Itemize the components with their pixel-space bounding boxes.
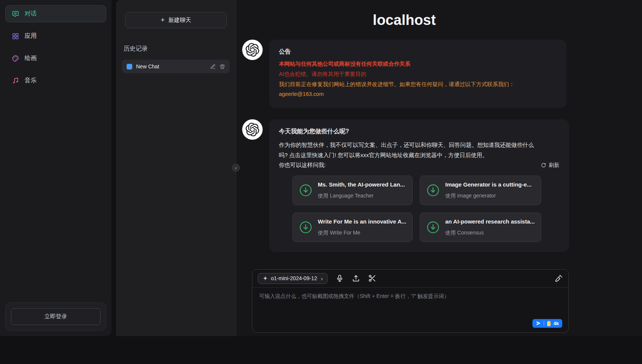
- circle-arrow-down-icon: [426, 221, 440, 234]
- circle-arrow-down-icon: [426, 184, 440, 197]
- ask-line: 你也可以这样问我:: [279, 161, 326, 170]
- sidebar-item-label: 音乐: [25, 77, 37, 85]
- openai-logo-icon: [246, 43, 259, 57]
- message-welcome: 今天我能为您做些什么呢? 作为你的智慧伙伴，我不仅可以写文案、出点子，还可以和你…: [242, 119, 566, 252]
- microphone-icon[interactable]: [336, 274, 344, 282]
- login-button[interactable]: 立即登录: [11, 308, 101, 325]
- sidebar-item-music[interactable]: 音乐: [5, 72, 106, 89]
- chevron-right-icon: ›: [321, 275, 323, 282]
- announcement-line-1: 本网站与任何其他公司或商标没有任何关联或合作关系: [279, 60, 557, 68]
- announcement-line-2: AI也会犯错。请勿将其用于重要目的: [279, 70, 557, 79]
- page-title: localhost: [242, 12, 566, 28]
- upload-icon[interactable]: [352, 274, 360, 282]
- refresh-button[interactable]: 刷新: [541, 161, 559, 169]
- sidebar-item-apps[interactable]: 应用: [5, 28, 106, 45]
- palette-icon: [12, 55, 19, 62]
- model-label: o1-mini-2024-09-12: [271, 275, 317, 281]
- music-note-icon: [12, 77, 19, 85]
- clean-brush-icon[interactable]: [555, 274, 563, 282]
- main-panel: localhost 公告 本网站与任何其他公司或商标没有任何关联或合作关系 AI…: [236, 0, 642, 336]
- model-selector[interactable]: o1-mini-2024-09-12 ›: [258, 273, 328, 284]
- chat-bubble-icon: [12, 10, 19, 18]
- welcome-bubble: 今天我能为您做些什么呢? 作为你的智慧伙伴，我不仅可以写文案、出点子，还可以和你…: [269, 119, 569, 252]
- sidebar-item-label: 对话: [25, 10, 37, 18]
- refresh-icon: [541, 162, 546, 168]
- composer: o1-mini-2024-09-12 › 4k: [252, 269, 569, 333]
- chat-item-title: New Chat: [136, 63, 206, 69]
- composer-toolbar: o1-mini-2024-09-12 ›: [252, 270, 568, 288]
- sidebar: 对话 应用 绘画 音乐 立即登录: [0, 0, 111, 336]
- login-box: 立即登录: [5, 302, 106, 331]
- composer-body: 4k: [252, 288, 568, 332]
- chat-color-swatch: [127, 64, 132, 69]
- assistant-avatar: [242, 119, 263, 140]
- announcement-line-3: 我们目前正在修复我们网站上的错误并改进细节。如果您有任何疑问，请通过以下方式联系…: [279, 80, 557, 89]
- suggestion-card[interactable]: Write For Me is an innovative A...使用 Wri…: [292, 213, 413, 242]
- plus-icon: +: [161, 16, 165, 24]
- sparkle-icon: [263, 276, 268, 281]
- message-announcement: 公告 本网站与任何其他公司或商标没有任何关联或合作关系 AI也会犯错。请勿将其用…: [242, 40, 566, 108]
- chat-input[interactable]: [258, 292, 562, 316]
- scissors-icon[interactable]: [368, 274, 376, 282]
- openai-logo-icon: [246, 123, 259, 136]
- sidebar-item-chat[interactable]: 对话: [5, 5, 106, 22]
- battery-icon: [547, 321, 551, 326]
- token-count: 4k: [554, 321, 559, 326]
- assistant-avatar: [242, 40, 263, 60]
- app-window: 对话 应用 绘画 音乐 立即登录 + 新建聊天 历史记录 N: [0, 0, 642, 336]
- announcement-title: 公告: [279, 47, 557, 56]
- sidebar-item-label: 应用: [25, 32, 37, 40]
- collapse-sidebar-button[interactable]: ‹: [232, 163, 240, 172]
- suggestions-grid: Ms. Smith, the AI-powered Lan...使用 Langu…: [292, 176, 541, 242]
- circle-arrow-down-icon: [299, 184, 312, 197]
- sidebar-spacer: [5, 94, 106, 302]
- contact-email-link[interactable]: ageerle@163.com: [279, 90, 557, 99]
- new-chat-button[interactable]: + 新建聊天: [125, 12, 227, 28]
- chat-history-item[interactable]: New Chat: [122, 60, 230, 73]
- history-title: 历史记录: [124, 45, 228, 53]
- delete-icon[interactable]: [220, 64, 225, 69]
- edit-icon[interactable]: [210, 64, 216, 69]
- suggestion-card[interactable]: an AI-powered research assista...使用 Cons…: [420, 213, 541, 242]
- sidebar-item-label: 绘画: [25, 54, 37, 62]
- suggestion-card[interactable]: Image Generator is a cutting-e...使用 imag…: [420, 176, 541, 205]
- send-token-badge[interactable]: 4k: [532, 319, 562, 328]
- announcement-bubble: 公告 本网站与任何其他公司或商标没有任何关联或合作关系 AI也会犯错。请勿将其用…: [269, 40, 566, 108]
- badge-divider: [544, 321, 544, 325]
- circle-arrow-down-icon: [299, 221, 312, 234]
- apps-grid-icon: [12, 32, 19, 40]
- welcome-title: 今天我能为您做些什么呢?: [279, 127, 559, 136]
- new-chat-label: 新建聊天: [169, 17, 191, 24]
- welcome-body: 作为你的智慧伙伴，我不仅可以写文案、出点子，还可以和你聊天、回答问题。想知道我还…: [279, 140, 536, 160]
- sidebar-item-paint[interactable]: 绘画: [5, 50, 106, 67]
- send-icon: [536, 321, 541, 326]
- suggestion-card[interactable]: Ms. Smith, the AI-powered Lan...使用 Langu…: [292, 176, 413, 205]
- chat-column: localhost 公告 本网站与任何其他公司或商标没有任何关联或合作关系 AI…: [236, 0, 642, 263]
- chat-list-panel: + 新建聊天 历史记录 New Chat ‹: [111, 0, 236, 336]
